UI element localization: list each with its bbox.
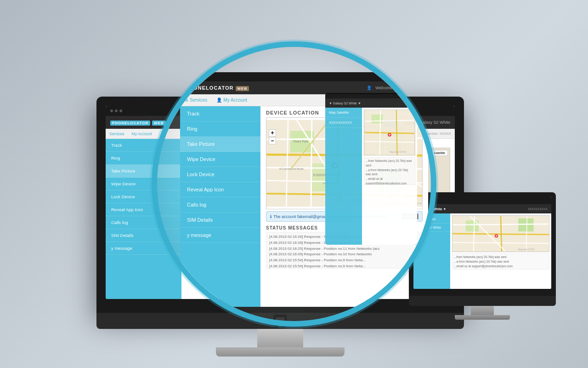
zoomed-topbar <box>180 72 428 81</box>
circle-right-monitor: ▼ Galaxy S2 White ▼ Map Satellite XXXXXX… <box>325 93 417 245</box>
m2-status-log: ...from Networks (acc) 20.7kb) was sent … <box>452 253 549 270</box>
secondary-monitor-chin <box>409 296 556 306</box>
m2-status-line-0: ...from Networks (acc) 20.7kb) was sent <box>454 255 548 259</box>
svg-text:Map data ©2013: Map data ©2013 <box>518 248 535 251</box>
svg-rect-33 <box>518 218 533 232</box>
zoomed-sidebar-lock[interactable]: Lock Device <box>180 167 260 182</box>
m2-status-line-2: ...email us at support@phonelocatorpro.c… <box>454 264 548 269</box>
zoomed-sidebar-ring[interactable]: Ring <box>180 121 260 137</box>
zoomed-sidebar-sim[interactable]: SIM Details <box>180 213 260 228</box>
zoomed-subnav-services[interactable]: ⊕ Services <box>185 98 207 103</box>
m2-map-svg: Map data ©2013 <box>452 216 549 252</box>
zoomed-logo-tag: WEB <box>236 86 249 91</box>
topbar-dot2 <box>115 109 118 112</box>
svg-line-55 <box>311 120 312 207</box>
svg-point-82 <box>389 134 390 135</box>
zoomed-sidebar-track[interactable]: Track <box>180 106 260 121</box>
magnification-circle: PHONELOCATOR WEB 👤 Welcome ▼ 📱 Gal... ⊕ <box>152 41 436 327</box>
zoomed-zoom-in[interactable]: + <box>269 129 276 137</box>
svg-point-42 <box>496 235 497 236</box>
zoomed-sidebar-calls[interactable]: Calls log <box>180 197 260 213</box>
circle-r-status-1: ...a from Networks (acc) 20.7kb) was sen… <box>366 168 413 177</box>
topbar-dot <box>110 109 113 112</box>
zoomed-zoom-out[interactable]: − <box>269 137 276 144</box>
secondary-website: Galaxy S2 White ▼ XXXXXXXXXX Map Satelli… <box>413 197 551 289</box>
zoomed-device-name: Gal... <box>413 86 423 90</box>
svg-text:El Camino Del Medio: El Camino Del Medio <box>279 167 304 170</box>
circle-r-map-svg: Map data ©2013 <box>364 110 415 155</box>
secondary-monitor-screen: Galaxy S2 White ▼ XXXXXXXXXX Map Satelli… <box>413 197 551 289</box>
svg-text:Peers Park: Peers Park <box>293 140 308 143</box>
monitor-stand-base <box>216 347 345 356</box>
zoomed-phone-icon: 📱 <box>404 86 409 90</box>
svg-rect-75 <box>372 115 383 124</box>
zoomed-navbar: PHONELOCATOR WEB 👤 Welcome ▼ 📱 Gal... <box>180 81 428 94</box>
subnav-my-account[interactable]: My Account <box>132 132 152 136</box>
zoomed-sidebar-message[interactable]: y message <box>180 228 260 243</box>
circle-inner: PHONELOCATOR WEB 👤 Welcome ▼ 📱 Gal... ⊕ <box>157 47 431 321</box>
circle-r-status-2: ...email us at support@phonelocatorpro.c… <box>366 177 413 185</box>
m2-status-line-1: ...a from Networks (acc) 20.7kb) was sen… <box>454 259 548 264</box>
zoomed-log-2: [4.08.2013 02:16:25] Response - Position… <box>269 246 419 252</box>
zoomed-zoom-controls: + − <box>269 129 276 144</box>
zoomed-log-4: [4.08.2013 02:15:54] Response - Position… <box>269 258 419 264</box>
svg-rect-32 <box>466 220 479 231</box>
scene: PHONELOCATOR WEB Welcome Galaxy S2 White… <box>41 12 547 356</box>
zoomed-welcome: Welcome <box>375 86 392 90</box>
zoomed-sidebar-reveal[interactable]: Reveal App Icon <box>180 182 260 197</box>
secondary-monitor-stand-base <box>455 315 510 320</box>
zoomed-nav-right: 👤 Welcome ▼ 📱 Gal... <box>367 86 423 90</box>
svg-text:Map data ©2013: Map data ©2013 <box>390 150 407 153</box>
zoomed-sidebar-wipe[interactable]: Wipe Device <box>180 152 260 167</box>
m2-main: Map Satellite Galaxy S2 White <box>413 213 551 289</box>
zoomed-log-3: [4.08.2013 02:16:09] Response - Position… <box>269 252 419 258</box>
m2-content: Map data ©2013 ...from Networks (acc) 20… <box>450 213 551 289</box>
zoomed-logo-text: PHONELOCATOR WEB <box>186 85 249 91</box>
circle-content-wrapper: PHONELOCATOR WEB 👤 Welcome ▼ 📱 Gal... ⊕ <box>157 47 431 321</box>
logo-text: PHONELOCATOR <box>110 121 150 126</box>
m2-map: Map data ©2013 <box>452 215 549 252</box>
secondary-monitor-stand-neck <box>471 306 494 315</box>
zoomed-log-5: [4.08.2013 02:15:54] Response - Position… <box>269 264 419 269</box>
subnav-services[interactable]: Services <box>109 132 124 136</box>
circle-r-status-0: ...from Networks (acc) 20.7kb) was sent <box>366 159 413 168</box>
m2-nav-right: XXXXXXXXXX <box>528 207 548 211</box>
zoomed-subnav-account[interactable]: 👤 My Account <box>216 98 247 103</box>
zoomed-alert-icon: ℹ <box>270 214 271 219</box>
zoomed-person-icon: 👤 <box>367 86 372 90</box>
monitor-stand-neck <box>257 329 303 347</box>
zoomed-sidebar-take-picture[interactable]: Take Picture <box>180 137 260 152</box>
zoomed-sidebar: Track Ring Take Picture Wipe Device Lock… <box>180 106 260 307</box>
topbar-dot3 <box>119 109 122 112</box>
